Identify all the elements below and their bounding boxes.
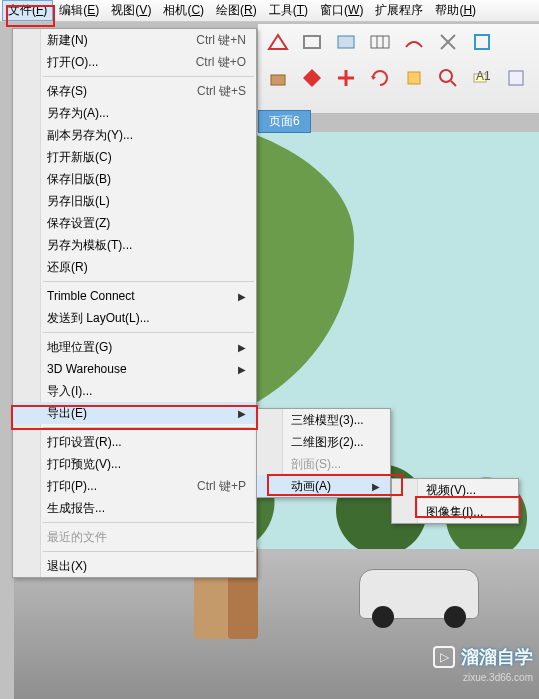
chevron-right-icon: ▶ xyxy=(238,342,246,353)
menu-item-geolocation[interactable]: 地理位置(G)▶ xyxy=(13,336,256,358)
menu-item-opennew[interactable]: 打开新版(C) xyxy=(13,146,256,168)
toolbar-icon[interactable] xyxy=(332,28,360,56)
menu-item-export-3d[interactable]: 三维模型(3)... xyxy=(257,409,390,431)
menu-file[interactable]: 文件(F) xyxy=(2,0,53,21)
svg-line-9 xyxy=(451,81,456,86)
menu-item-new[interactable]: 新建(N)Ctrl 键+N xyxy=(13,29,256,51)
watermark: ▷ 溜溜自学 zixue.3d66.com xyxy=(433,645,533,669)
menu-item-printpreview[interactable]: 打印预览(V)... xyxy=(13,453,256,475)
play-icon: ▷ xyxy=(433,646,455,668)
toolbar-icon[interactable] xyxy=(434,64,462,92)
toolbar-icon[interactable] xyxy=(400,28,428,56)
svg-point-8 xyxy=(440,70,452,82)
menu-item-save[interactable]: 保存(S)Ctrl 键+S xyxy=(13,80,256,102)
toolbar-icon[interactable] xyxy=(264,28,292,56)
svg-rect-6 xyxy=(271,75,285,85)
file-dropdown: 新建(N)Ctrl 键+N 打开(O)...Ctrl 键+O 保存(S)Ctrl… xyxy=(12,28,257,578)
menu-item-export-2d[interactable]: 二维图形(2)... xyxy=(257,431,390,453)
svg-text:A1: A1 xyxy=(476,69,491,83)
svg-rect-5 xyxy=(475,35,489,49)
menu-item-trimble[interactable]: Trimble Connect▶ xyxy=(13,285,256,307)
menu-item-revert[interactable]: 还原(R) xyxy=(13,256,256,278)
svg-rect-7 xyxy=(408,72,420,84)
menu-item-export[interactable]: 导出(E)▶ xyxy=(13,402,256,424)
svg-rect-2 xyxy=(371,36,389,48)
menu-item-anim-video[interactable]: 视频(V)... xyxy=(392,479,518,501)
menu-item-export-animation[interactable]: 动画(A)▶ xyxy=(257,475,390,497)
menu-item-savecopy[interactable]: 副本另存为(Y)... xyxy=(13,124,256,146)
svg-rect-0 xyxy=(304,36,320,48)
chevron-right-icon: ▶ xyxy=(372,481,380,492)
toolbar-icon[interactable] xyxy=(298,64,326,92)
animation-submenu: 视频(V)... 图像集(I)... xyxy=(391,478,519,524)
toolbar-icon[interactable] xyxy=(400,64,428,92)
svg-rect-12 xyxy=(509,71,523,85)
menu-edit[interactable]: 编辑(E) xyxy=(53,0,105,21)
toolbar-icon[interactable] xyxy=(332,64,360,92)
chevron-right-icon: ▶ xyxy=(238,408,246,419)
chevron-right-icon: ▶ xyxy=(238,364,246,375)
menu-view[interactable]: 视图(V) xyxy=(105,0,157,21)
toolbar-icon[interactable] xyxy=(366,28,394,56)
svg-rect-1 xyxy=(338,36,354,48)
toolbar-icon[interactable] xyxy=(264,64,292,92)
scene-tabs: 页面6 xyxy=(258,110,311,132)
menu-item-printsetup[interactable]: 打印设置(R)... xyxy=(13,431,256,453)
toolbar-icon[interactable] xyxy=(434,28,462,56)
toolbar: A1 xyxy=(258,24,539,114)
menu-item-saveas[interactable]: 另存为(A)... xyxy=(13,102,256,124)
menu-tools[interactable]: 工具(T) xyxy=(263,0,314,21)
menu-item-anim-imageset[interactable]: 图像集(I)... xyxy=(392,501,518,523)
menu-camera[interactable]: 相机(C) xyxy=(157,0,210,21)
menu-draw[interactable]: 绘图(R) xyxy=(210,0,263,21)
menu-item-saveastemplate[interactable]: 另存为模板(T)... xyxy=(13,234,256,256)
toolbar-icon[interactable] xyxy=(502,64,530,92)
chevron-right-icon: ▶ xyxy=(238,291,246,302)
menubar: 文件(F) 编辑(E) 视图(V) 相机(C) 绘图(R) 工具(T) 窗口(W… xyxy=(0,0,539,22)
menu-item-savesettings[interactable]: 保存设置(Z) xyxy=(13,212,256,234)
toolbar-icon[interactable] xyxy=(366,64,394,92)
menu-item-open[interactable]: 打开(O)...Ctrl 键+O xyxy=(13,51,256,73)
menu-item-saveold[interactable]: 保存旧版(B) xyxy=(13,168,256,190)
menu-item-warehouse[interactable]: 3D Warehouse▶ xyxy=(13,358,256,380)
menu-item-import[interactable]: 导入(I)... xyxy=(13,380,256,402)
toolbar-icon[interactable] xyxy=(468,28,496,56)
menu-item-saveasold[interactable]: 另存旧版(L) xyxy=(13,190,256,212)
menu-item-sendlayout[interactable]: 发送到 LayOut(L)... xyxy=(13,307,256,329)
scene-tab[interactable]: 页面6 xyxy=(258,110,311,133)
export-submenu: 三维模型(3)... 二维图形(2)... 剖面(S)... 动画(A)▶ xyxy=(256,408,391,498)
toolbar-icon[interactable]: A1 xyxy=(468,64,496,92)
menu-item-report[interactable]: 生成报告... xyxy=(13,497,256,519)
menu-item-export-section: 剖面(S)... xyxy=(257,453,390,475)
menu-item-recent: 最近的文件 xyxy=(13,526,256,548)
menu-extensions[interactable]: 扩展程序 xyxy=(369,0,429,21)
toolbar-icon[interactable] xyxy=(298,28,326,56)
menu-window[interactable]: 窗口(W) xyxy=(314,0,369,21)
menu-item-print[interactable]: 打印(P)...Ctrl 键+P xyxy=(13,475,256,497)
menu-item-exit[interactable]: 退出(X) xyxy=(13,555,256,577)
menu-help[interactable]: 帮助(H) xyxy=(429,0,482,21)
model-car xyxy=(359,569,479,619)
